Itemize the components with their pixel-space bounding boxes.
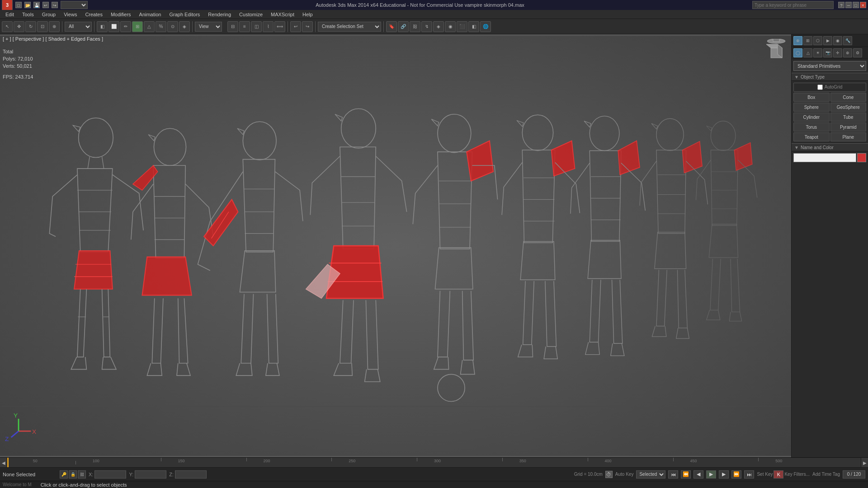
undo-title-btn[interactable]: ↩ [42, 2, 49, 8]
cylinder-btn[interactable]: Cylinder [793, 113, 830, 122]
scale-btn[interactable]: ⊡ [37, 21, 48, 32]
autogrid-checkbox[interactable] [817, 84, 823, 90]
goto-end-btn[interactable]: ⏭ [744, 470, 754, 479]
sphere-btn[interactable]: Sphere [793, 103, 830, 112]
named-sel-btn[interactable]: 🔖 [386, 21, 397, 32]
obj-type-collapse[interactable]: ▼ [794, 75, 799, 80]
menu-group[interactable]: Group [38, 11, 60, 18]
material-btn[interactable]: ◉ [445, 21, 456, 32]
scene-3d[interactable]: X Y Z [0, 34, 791, 457]
cone-btn[interactable]: Cone [830, 93, 867, 102]
lock-icon[interactable]: 🔒 [69, 470, 77, 479]
panel-tab-utilities[interactable]: 🔧 [843, 36, 852, 45]
menu-rendering[interactable]: Rendering [204, 11, 235, 18]
frame-counter[interactable] [843, 470, 865, 479]
environment-btn[interactable]: 🌐 [480, 21, 491, 32]
panel-tab-modify[interactable]: ⊞ [803, 36, 812, 45]
panel-tab-hierarchy[interactable]: ⬡ [813, 36, 822, 45]
autogrid-btn[interactable]: AutoGrid [793, 83, 866, 92]
geosphere-btn[interactable]: GeoSphere [830, 103, 867, 112]
panel-tab-motion[interactable]: ▶ [823, 36, 832, 45]
rendersetup-btn[interactable]: ◧ [468, 21, 479, 32]
panel-tab-create[interactable]: ⊕ [793, 36, 802, 45]
menu-customize[interactable]: Customize [236, 11, 266, 18]
spinnersnap-btn[interactable]: ⊙ [167, 21, 178, 32]
link-status-icon[interactable]: ⛓ [78, 470, 86, 479]
paint-select-btn[interactable]: ✏ [120, 21, 131, 32]
name-color-collapse[interactable]: ▼ [794, 145, 799, 150]
redo-btn[interactable]: ↪ [302, 21, 313, 32]
redo-title-btn[interactable]: ↪ [52, 2, 58, 8]
search-input[interactable] [752, 1, 834, 9]
save-btn[interactable]: 💾 [33, 2, 40, 8]
panel-helper-btn[interactable]: ✛ [833, 48, 842, 57]
prev-key-btn[interactable]: ⏪ [681, 470, 691, 479]
angsnap-btn[interactable]: △ [144, 21, 155, 32]
timeline-track[interactable]: 50 100 150 200 250 300 350 400 450 500 [7, 458, 861, 467]
plane-btn[interactable]: Plane [830, 132, 867, 141]
filter-dropdown[interactable]: All [65, 22, 92, 32]
mirror-btn[interactable]: ⟺ [274, 21, 285, 32]
schematic-btn[interactable]: ◈ [433, 21, 444, 32]
panel-camera-btn[interactable]: 📷 [823, 48, 832, 57]
curve-btn[interactable]: ⌇ [263, 21, 274, 32]
open-btn[interactable]: 📂 [24, 2, 31, 8]
rotate-btn[interactable]: ↻ [25, 21, 36, 32]
window-crossing-btn[interactable]: ⬜ [108, 21, 119, 32]
menu-modifiers[interactable]: Modifiers [107, 11, 135, 18]
render-btn[interactable]: ⬛ [457, 21, 467, 32]
manipulate-btn[interactable]: ⊕ [49, 21, 60, 32]
next-key-btn[interactable]: ⏩ [731, 470, 741, 479]
minimize-btn[interactable]: ─ [845, 2, 852, 8]
panel-spacewarp-btn[interactable]: ⊕ [843, 48, 852, 57]
unlink-btn[interactable]: ⛓ [410, 21, 420, 32]
select-btn[interactable]: ↖ [2, 21, 13, 32]
ribbon-btn[interactable]: ◫ [251, 21, 262, 32]
prev-frame-btn[interactable]: ◀ [693, 470, 703, 479]
panel-sys-btn[interactable]: ⚙ [853, 48, 862, 57]
panel-tab-display[interactable]: ◉ [833, 36, 842, 45]
close-btn[interactable]: ✕ [860, 2, 866, 8]
timeline-scroll-left[interactable]: ◀ [0, 458, 7, 467]
workspace-dropdown[interactable] [61, 1, 88, 9]
new-btn[interactable]: □ [15, 2, 22, 8]
maximize-btn[interactable]: □ [853, 2, 859, 8]
next-frame-btn[interactable]: ▶ [719, 470, 729, 479]
color-swatch[interactable] [857, 153, 866, 162]
panel-shape-btn[interactable]: △ [803, 48, 812, 57]
link-btn[interactable]: 🔗 [398, 21, 409, 32]
viewport[interactable]: [ + ] [ Perspective ] [ Shaded + Edged F… [0, 34, 791, 457]
mirrorsnap-btn[interactable]: ◈ [179, 21, 190, 32]
align-btn[interactable]: ⊟ [227, 21, 238, 32]
y-input[interactable] [135, 470, 166, 479]
goto-start-btn[interactable]: ⏮ [668, 470, 678, 479]
timeline-scroll-right[interactable]: ▶ [861, 458, 868, 467]
tube-btn[interactable]: Tube [830, 113, 867, 122]
menu-tools[interactable]: Tools [19, 11, 38, 18]
menu-graph-editors[interactable]: Graph Editors [165, 11, 203, 18]
panel-geometry-btn[interactable]: ◯ [793, 48, 802, 57]
view-cube[interactable] [764, 39, 787, 61]
z-input[interactable] [175, 470, 207, 479]
play-btn[interactable]: ▶ [706, 470, 716, 479]
help-icon-btn[interactable]: ? [838, 2, 844, 8]
view-dropdown[interactable]: View [195, 22, 222, 32]
snap3d-btn[interactable]: ⊞ [132, 21, 143, 32]
select-region-btn[interactable]: ◧ [97, 21, 108, 32]
timeline-playhead[interactable] [7, 458, 9, 467]
menu-help[interactable]: Help [299, 11, 316, 18]
pyramid-btn[interactable]: Pyramid [830, 122, 867, 131]
setkey-btn[interactable]: K [774, 470, 783, 479]
torus-btn[interactable]: Torus [793, 122, 830, 131]
move-btn[interactable]: ✥ [14, 21, 24, 32]
box-btn[interactable]: Box [793, 93, 830, 102]
primitives-dropdown[interactable]: Standard Primitives [793, 61, 866, 71]
panel-light-btn[interactable]: ☀ [813, 48, 822, 57]
percentsnap-btn[interactable]: % [156, 21, 166, 32]
undo-btn[interactable]: ↩ [290, 21, 301, 32]
bindws-btn[interactable]: ↯ [421, 21, 432, 32]
selected-dropdown[interactable]: Selected [636, 470, 665, 479]
menu-edit[interactable]: Edit [2, 11, 18, 18]
object-name-input[interactable] [793, 153, 856, 162]
layer-btn[interactable]: ≡ [239, 21, 250, 32]
